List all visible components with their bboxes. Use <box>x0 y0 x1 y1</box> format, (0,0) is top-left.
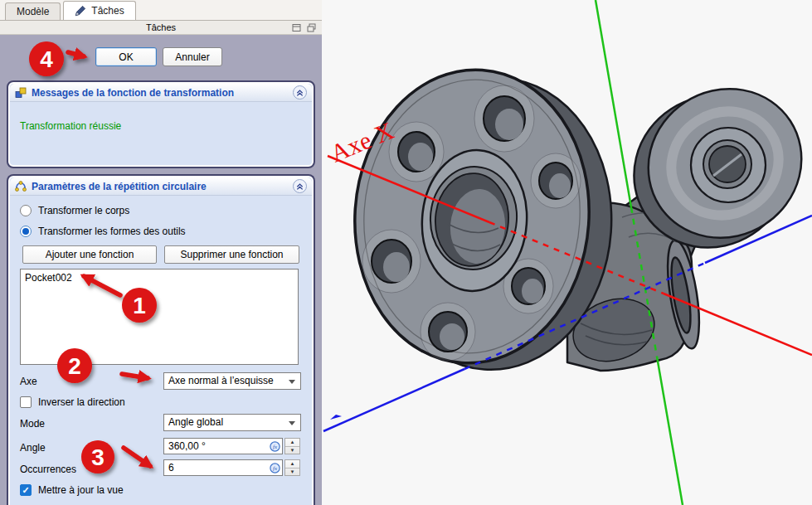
collapse-parameters-icon[interactable] <box>293 179 307 193</box>
update-view-label: Mettre à jour la vue <box>38 483 124 497</box>
occurrences-input[interactable] <box>164 460 268 475</box>
dock-float-icon[interactable] <box>292 23 301 32</box>
tab-model[interactable]: Modèle <box>5 2 61 20</box>
messages-section-header[interactable]: Messages de la fonction de transformatio… <box>10 84 312 102</box>
collapse-messages-icon[interactable] <box>293 85 307 100</box>
svg-text:fx: fx <box>273 465 278 472</box>
status-message: Transformation réussie <box>20 120 121 132</box>
angle-spinner[interactable]: ▲▼ <box>284 438 300 454</box>
update-view-checkbox[interactable] <box>20 484 32 496</box>
axis-select-value: Axe normal à l’esquisse <box>168 375 274 386</box>
cancel-button[interactable]: Annuler <box>163 47 222 66</box>
svg-text:fx: fx <box>273 444 278 450</box>
chevron-down-icon <box>289 380 295 384</box>
polar-pattern-icon <box>15 181 27 192</box>
dock-titlebar: Tâches <box>0 21 322 35</box>
parameters-section: Paramètres de la répétition circulaire T… <box>7 174 315 505</box>
occurrences-spinner[interactable]: ▲▼ <box>284 459 300 476</box>
remove-feature-button[interactable]: Supprimer une fonction <box>164 245 299 264</box>
3d-viewport[interactable]: Axe X <box>322 0 812 505</box>
chevron-down-icon <box>289 421 295 425</box>
expression-fx-icon[interactable]: fx <box>270 463 280 473</box>
axis-label: Axe <box>20 375 37 388</box>
radio-transform-body-label: Transformer le corps <box>38 204 129 217</box>
mode-label: Mode <box>20 417 45 430</box>
tab-tasks[interactable]: Tâches <box>63 1 135 20</box>
messages-section: Messages de la fonction de transformatio… <box>7 80 315 168</box>
panel-tabbar: Modèle Tâches <box>0 0 322 21</box>
angle-input[interactable] <box>164 439 268 454</box>
reverse-direction-checkbox[interactable] <box>20 396 32 408</box>
transform-cubes-icon <box>15 87 27 99</box>
parameters-section-header[interactable]: Paramètres de la répétition circulaire <box>10 177 312 196</box>
messages-section-title: Messages de la fonction de transformatio… <box>32 87 234 99</box>
dock-title: Tâches <box>146 22 176 32</box>
angle-label: Angle <box>20 441 46 454</box>
add-feature-button[interactable]: Ajouter une fonction <box>22 245 157 264</box>
freecad-window: Modèle Tâches Tâches <box>0 0 812 505</box>
tab-tasks-label: Tâches <box>91 2 124 19</box>
radio-transform-body[interactable] <box>20 205 32 216</box>
ok-button[interactable]: OK <box>95 47 157 66</box>
task-panel: Modèle Tâches Tâches <box>0 0 322 505</box>
radio-transform-tools[interactable] <box>20 226 32 237</box>
axis-select[interactable]: Axe normal à l’esquisse <box>163 372 301 390</box>
pencil-icon <box>75 5 86 17</box>
parameters-section-title: Paramètres de la répétition circulaire <box>32 181 207 192</box>
radio-transform-tools-label: Transformer les formes des outils <box>38 225 186 238</box>
dock-restore-icon[interactable] <box>307 23 316 32</box>
angle-field-wrap: fx <box>163 438 283 454</box>
reverse-direction-label: Inverser la direction <box>38 396 125 409</box>
task-panel-body: OK Annuler Messages de la fonction de tr… <box>0 35 322 505</box>
occurrences-field-wrap: fx <box>163 459 283 476</box>
mode-select-value: Angle global <box>168 416 223 428</box>
occurrences-label: Occurrences <box>20 463 76 476</box>
feature-list[interactable]: Pocket002 <box>20 269 299 365</box>
mode-select[interactable]: Angle global <box>163 414 301 431</box>
list-item[interactable]: Pocket002 <box>21 269 298 286</box>
expression-fx-icon[interactable]: fx <box>270 441 280 452</box>
